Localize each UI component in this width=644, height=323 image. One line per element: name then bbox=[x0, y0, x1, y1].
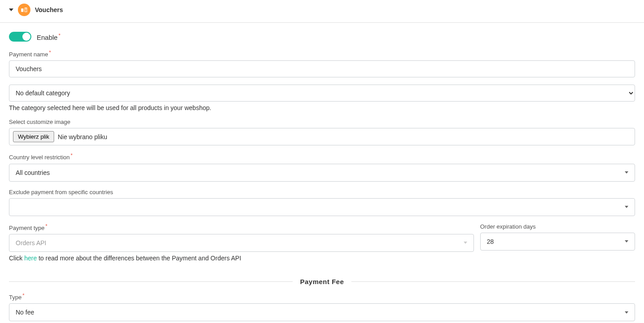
enable-row: Enable* bbox=[9, 32, 635, 42]
chevron-down-icon bbox=[625, 311, 628, 314]
svg-point-1 bbox=[26, 8, 26, 9]
section-header: Vouchers bbox=[0, 0, 644, 23]
required-mark: * bbox=[22, 293, 24, 298]
country-restriction-dropdown[interactable]: All countries bbox=[9, 164, 635, 182]
required-mark: * bbox=[71, 153, 73, 158]
svg-rect-0 bbox=[21, 8, 23, 12]
exclude-countries-group: Exclude payment from specific countries bbox=[9, 189, 635, 216]
divider-line bbox=[9, 281, 293, 282]
required-mark: * bbox=[59, 33, 60, 38]
payment-type-group: Payment type* Orders API Click here to r… bbox=[9, 223, 474, 262]
order-expiration-group: Order expiration days 28 bbox=[480, 223, 635, 262]
form-content: Enable* Payment name* No default categor… bbox=[0, 23, 644, 323]
fee-type-value: No fee bbox=[16, 309, 34, 316]
custom-image-group: Select customize image Wybierz plik Nie … bbox=[9, 119, 635, 145]
category-help: The category selected here will be used … bbox=[9, 104, 635, 111]
order-expiration-value: 28 bbox=[487, 238, 494, 245]
voucher-icon bbox=[18, 4, 30, 16]
chevron-down-icon bbox=[625, 206, 628, 208]
payment-fee-title: Payment Fee bbox=[293, 278, 351, 285]
api-help-link[interactable]: here bbox=[24, 255, 37, 262]
payment-type-row: Payment type* Orders API Click here to r… bbox=[9, 223, 635, 269]
chevron-down-icon bbox=[464, 242, 467, 244]
fee-type-label: Type* bbox=[9, 293, 635, 301]
payment-name-group: Payment name* bbox=[9, 50, 635, 77]
payment-fee-divider: Payment Fee bbox=[9, 278, 635, 285]
country-restriction-group: Country level restriction* All countries bbox=[9, 153, 635, 181]
file-choose-button[interactable]: Wybierz plik bbox=[13, 131, 54, 142]
exclude-countries-label: Exclude payment from specific countries bbox=[9, 189, 635, 196]
order-expiration-label: Order expiration days bbox=[480, 223, 635, 230]
payment-name-label: Payment name* bbox=[9, 50, 635, 58]
collapse-arrow-icon[interactable] bbox=[9, 8, 13, 11]
required-mark: * bbox=[49, 50, 51, 55]
divider-line bbox=[351, 281, 635, 282]
file-input-wrapper: Wybierz plik Nie wybrano pliku bbox=[9, 128, 635, 145]
fee-type-group: Type* No fee bbox=[9, 293, 635, 321]
enable-toggle[interactable] bbox=[9, 32, 31, 42]
country-restriction-value: All countries bbox=[16, 169, 50, 176]
payment-name-input[interactable] bbox=[9, 60, 635, 77]
section-title: Vouchers bbox=[35, 6, 63, 13]
exclude-countries-dropdown[interactable] bbox=[9, 198, 635, 216]
payment-type-label: Payment type* bbox=[9, 223, 474, 231]
fee-type-dropdown[interactable]: No fee bbox=[9, 303, 635, 321]
category-select[interactable]: No default category bbox=[9, 85, 635, 102]
required-mark: * bbox=[46, 223, 47, 229]
country-restriction-label: Country level restriction* bbox=[9, 153, 635, 161]
toggle-knob bbox=[22, 33, 30, 41]
custom-image-label: Select customize image bbox=[9, 119, 635, 125]
enable-label: Enable* bbox=[37, 33, 60, 41]
payment-type-help: Click here to read more about the differ… bbox=[9, 255, 474, 262]
order-expiration-dropdown[interactable]: 28 bbox=[480, 233, 635, 251]
chevron-down-icon bbox=[625, 240, 628, 242]
category-group: No default category The category selecte… bbox=[9, 85, 635, 111]
payment-type-dropdown[interactable]: Orders API bbox=[9, 234, 474, 252]
chevron-down-icon bbox=[625, 171, 628, 174]
payment-type-value: Orders API bbox=[16, 239, 46, 246]
file-status-text: Nie wybrano pliku bbox=[58, 133, 107, 140]
